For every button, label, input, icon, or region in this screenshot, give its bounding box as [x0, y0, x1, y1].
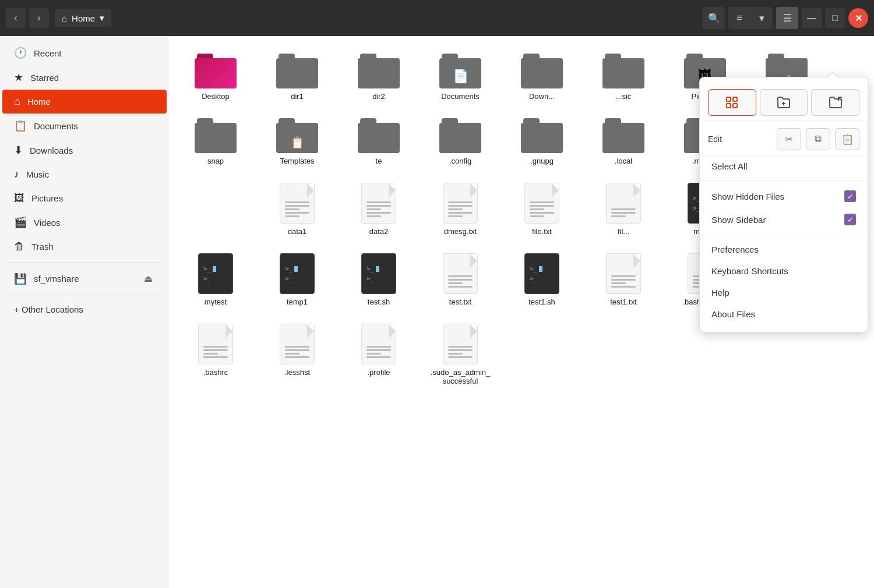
- menu-edit-label: Edit: [708, 134, 772, 144]
- file-icon-mytest: >_ >_: [198, 253, 233, 294]
- folder-label-templates: Templates: [280, 157, 314, 165]
- file-data2[interactable]: data2: [344, 177, 414, 242]
- file-test-txt[interactable]: test.txt: [425, 247, 495, 312]
- close-button[interactable]: ✕: [848, 8, 868, 28]
- forward-button[interactable]: ›: [29, 8, 49, 28]
- file-mytest[interactable]: >_ >_ mytest: [181, 247, 251, 312]
- menu-select-all[interactable]: Select All: [700, 155, 868, 177]
- list-icon: ≡: [736, 12, 742, 24]
- home-icon: ⌂: [62, 13, 67, 23]
- file-test1-sh[interactable]: >_ >_ test1.sh: [507, 247, 577, 312]
- sidebar-item-documents[interactable]: 📋 Documents: [2, 114, 167, 138]
- file-icon-test1-txt: [606, 253, 641, 294]
- menu-help[interactable]: Help: [700, 282, 868, 303]
- menu-show-sidebar[interactable]: Show Sidebar ✓: [700, 208, 868, 231]
- folder-config[interactable]: .config: [425, 112, 495, 171]
- file-fil[interactable]: fil...: [588, 177, 658, 242]
- folder-templates[interactable]: 📋 Templates: [262, 112, 332, 171]
- file-test1-txt[interactable]: test1.txt: [588, 247, 658, 312]
- menu-copy-path-btn[interactable]: [811, 89, 859, 116]
- music-icon: ♪: [14, 168, 19, 180]
- folder-music[interactable]: ...sic: [588, 48, 658, 107]
- file-label-file-txt: file.txt: [532, 227, 552, 236]
- menu-about[interactable]: About Files: [700, 303, 868, 325]
- sidebar-item-trash[interactable]: 🗑 Trash: [2, 235, 167, 258]
- file-test-sh[interactable]: >_ >_ test.sh: [344, 247, 414, 312]
- sidebar-item-home[interactable]: ⌂ Home: [2, 90, 167, 114]
- other-locations-label: + Other Locations: [14, 304, 83, 314]
- folder-icon-snap: [195, 118, 237, 153]
- menu-copy-btn[interactable]: ⧉: [806, 128, 830, 150]
- folder-label-documents: Documents: [441, 92, 480, 101]
- minimize-button[interactable]: —: [802, 8, 822, 28]
- file-sudo-admin[interactable]: .sudo_as_admin_successful: [425, 318, 495, 391]
- folder-label-dir2: dir2: [372, 92, 385, 101]
- sidebar-divider-2: [7, 295, 162, 295]
- list-view-button[interactable]: ≡: [728, 7, 750, 29]
- folder-local[interactable]: .local: [588, 112, 658, 171]
- folder-icon-dir2: [358, 54, 400, 88]
- folder-snap[interactable]: snap: [181, 112, 251, 171]
- menu-show-hidden[interactable]: Show Hidden Files ✓: [700, 185, 868, 208]
- folder-label-config: .config: [449, 157, 471, 165]
- sidebar-item-downloads[interactable]: ⬇ Downloads: [2, 138, 167, 162]
- file-file-txt[interactable]: file.txt: [507, 177, 577, 242]
- sidebar-item-other-locations[interactable]: + Other Locations: [2, 299, 167, 320]
- back-button[interactable]: ‹: [6, 8, 26, 28]
- menu-new-folder-btn[interactable]: [760, 89, 808, 116]
- file-icon-data1: [280, 183, 315, 224]
- sidebar-item-starred[interactable]: ★ Starred: [2, 65, 167, 90]
- file-dmesg[interactable]: dmesg.txt: [425, 177, 495, 242]
- maximize-button[interactable]: □: [825, 8, 845, 28]
- home-sidebar-icon: ⌂: [14, 95, 20, 108]
- folder-gnupg[interactable]: .gnupg: [507, 112, 577, 171]
- menu-cut-btn[interactable]: ✂: [777, 128, 801, 150]
- sidebar-label-videos: Videos: [34, 218, 61, 228]
- file-data1[interactable]: data1: [262, 177, 332, 242]
- folder-icon-desktop: [195, 54, 237, 88]
- menu-paste-btn[interactable]: 📋: [835, 128, 859, 150]
- menu-keyboard-shortcuts[interactable]: Keyboard Shortcuts: [700, 260, 868, 282]
- file-icon-data2: [361, 183, 396, 224]
- search-button[interactable]: 🔍: [703, 7, 725, 29]
- folder-desktop[interactable]: Desktop: [181, 48, 251, 107]
- show-hidden-checkbox[interactable]: ✓: [844, 190, 856, 202]
- file-label-test-sh: test.sh: [368, 297, 390, 306]
- content-area: Desktop dir1 dir2: [169, 36, 874, 588]
- folder-te[interactable]: te: [344, 112, 414, 171]
- file-icon-temp1: >_ >_: [280, 253, 315, 294]
- sidebar-item-pictures[interactable]: 🖼 Pictures: [2, 186, 167, 210]
- sf-left: 💾 sf_vmshare: [14, 272, 79, 285]
- chevron-icon: ▾: [759, 12, 764, 24]
- svg-rect-0: [727, 97, 731, 101]
- view-dropdown-button[interactable]: ▾: [750, 7, 773, 29]
- folder-documents[interactable]: 📋 Documents: [425, 48, 495, 107]
- file-bashrc[interactable]: .bashrc: [181, 318, 251, 391]
- sidebar-item-videos[interactable]: 🎬 Videos: [2, 210, 167, 235]
- file-label-temp1: temp1: [287, 297, 308, 306]
- sidebar-item-sf-vmshare[interactable]: 💾 sf_vmshare ⏏: [2, 266, 167, 291]
- eject-button[interactable]: ⏏: [142, 272, 155, 285]
- file-profile[interactable]: .profile: [344, 318, 414, 391]
- sidebar-item-music[interactable]: ♪ Music: [2, 162, 167, 186]
- documents-icon: 📋: [14, 119, 27, 132]
- show-sidebar-checkbox[interactable]: ✓: [844, 214, 856, 225]
- view-toggle-group: ≡ ▾: [728, 7, 773, 29]
- file-temp1[interactable]: >_ >_ temp1: [262, 247, 332, 312]
- folder-dir1[interactable]: dir1: [262, 48, 332, 107]
- menu-preferences[interactable]: Preferences: [700, 239, 868, 260]
- about-label: About Files: [711, 309, 755, 319]
- file-lesshst[interactable]: .lesshst: [262, 318, 332, 391]
- file-label-profile: .profile: [367, 368, 390, 377]
- menu-grid-view-btn[interactable]: [708, 89, 756, 116]
- hamburger-button[interactable]: ☰: [776, 7, 798, 29]
- location-button[interactable]: ⌂ Home ▾: [55, 9, 111, 27]
- hamburger-dropdown: Edit ✂ ⧉ 📋 Select All Show Hidden Files …: [699, 77, 868, 332]
- folder-icon-dir1: [276, 54, 318, 88]
- sidebar-item-recent[interactable]: 🕐 Recent: [2, 41, 167, 65]
- menu-separator-1: [700, 180, 868, 181]
- folder-dir2[interactable]: dir2: [344, 48, 414, 107]
- file-label-bashrc: .bashrc: [203, 368, 228, 377]
- folder-downloads[interactable]: Down...: [507, 48, 577, 107]
- sidebar-label-starred: Starred: [30, 73, 59, 83]
